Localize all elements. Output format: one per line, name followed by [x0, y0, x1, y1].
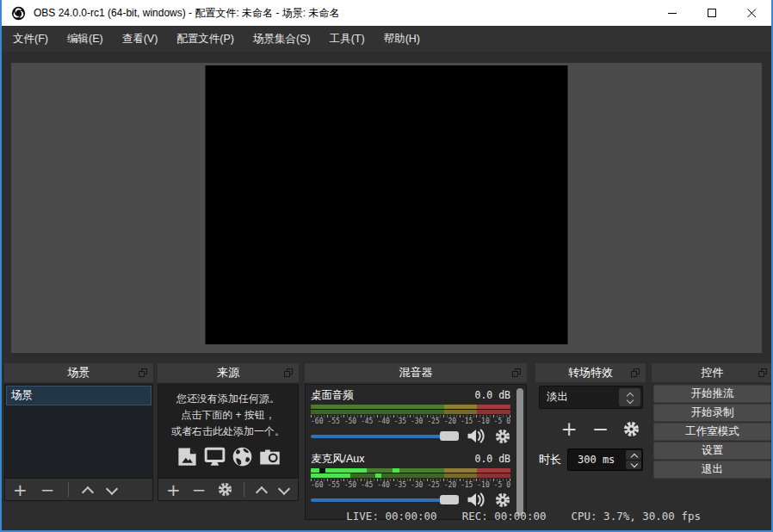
channel-settings-gear-icon[interactable]	[495, 429, 510, 444]
add-source-icon[interactable]: +	[166, 481, 181, 498]
move-source-down-icon[interactable]	[278, 485, 289, 494]
mixer-dock-title: 混音器	[399, 365, 433, 380]
transitions-dock: 转场特效 淡出 + −	[535, 363, 646, 501]
duration-label: 时长	[539, 452, 561, 467]
maximize-button[interactable]	[692, 0, 732, 26]
add-transition-icon[interactable]: +	[560, 420, 577, 437]
mixer-channel-mic-aux: 麦克风/Aux 0.0 dB -60-55-50-45-40-35-30-25-…	[311, 452, 510, 508]
transition-select-spinner[interactable]	[619, 388, 640, 406]
volume-slider-handle[interactable]	[440, 495, 459, 504]
chevron-up-icon	[631, 452, 637, 458]
source-properties-gear-icon[interactable]	[218, 482, 232, 497]
maximize-icon	[708, 9, 717, 18]
transition-properties-gear-icon[interactable]	[623, 421, 640, 437]
db-scale-label: -45	[361, 418, 373, 425]
db-scale-label: -5	[494, 481, 503, 489]
db-scale-label: -60	[311, 481, 323, 489]
move-scene-up-icon[interactable]	[82, 485, 93, 494]
mixer-dock-header: 混音器	[305, 363, 527, 382]
duration-increase-button[interactable]	[626, 450, 641, 460]
db-scale-label: -10	[477, 418, 489, 425]
volume-slider[interactable]	[311, 494, 459, 505]
menu-item-file[interactable]: 文件(F)	[3, 26, 58, 52]
studio-mode-button[interactable]: 工作室模式	[653, 423, 771, 441]
close-icon	[747, 9, 757, 18]
mixer-channel-desktop-audio: 桌面音频 0.0 dB -60-55-50-45-40-35-30-25-20-…	[311, 388, 510, 444]
dock-float-icon[interactable]	[512, 368, 521, 377]
dock-float-icon[interactable]	[139, 368, 147, 377]
move-source-up-icon[interactable]	[256, 485, 267, 494]
db-scale-label: -20	[444, 418, 456, 425]
db-scale-label: -15	[461, 418, 473, 425]
channel-level-db: 0.0 dB	[474, 453, 510, 465]
start-streaming-button[interactable]: 开始推流	[653, 385, 771, 403]
db-scale-label: -40	[377, 481, 389, 489]
menu-item-view[interactable]: 查看(V)	[113, 26, 168, 52]
transition-tools: + −	[539, 420, 643, 437]
window-title: OBS 24.0.0-rc1 (64-bit, windows) - 配置文件:…	[34, 6, 339, 21]
speaker-icon[interactable]	[466, 492, 486, 508]
speaker-icon[interactable]	[466, 428, 486, 444]
cpu-fps-status: CPU: 3.7%, 30.00 fps	[571, 510, 701, 523]
db-scale-label: -40	[377, 418, 389, 425]
menu-item-edit[interactable]: 编辑(E)	[58, 26, 113, 52]
remove-source-icon[interactable]: −	[192, 481, 207, 498]
start-recording-button[interactable]: 开始录制	[653, 404, 771, 422]
menu-item-tools[interactable]: 工具(T)	[320, 26, 374, 52]
image-source-icon	[176, 445, 199, 468]
source-type-icons	[176, 445, 281, 468]
remove-scene-icon[interactable]: −	[40, 481, 55, 498]
db-scale-label: -35	[394, 481, 406, 489]
duration-spinbox[interactable]: 300 ms	[567, 448, 643, 471]
db-scale-label: -60	[311, 418, 323, 425]
toolbar-separator	[244, 482, 244, 497]
sources-dock-header: 来源	[158, 363, 299, 382]
sources-empty-line: 点击下面的 + 按钮，	[181, 407, 275, 424]
live-time: LIVE: 00:00:00	[346, 510, 436, 523]
sources-empty-line: 或者右击此处添加一个。	[171, 424, 285, 440]
db-scale-label: -25	[427, 481, 439, 489]
sources-empty-state[interactable]: 您还没有添加任何源。 点击下面的 + 按钮， 或者右击此处添加一个。	[158, 384, 299, 478]
channel-name: 麦克风/Aux	[311, 452, 365, 467]
dock-float-icon[interactable]	[284, 368, 293, 377]
db-scale-label: -30	[411, 481, 423, 489]
menu-item-profile[interactable]: 配置文件(P)	[167, 26, 244, 52]
db-scale-label: -30	[411, 418, 423, 425]
settings-button[interactable]: 设置	[653, 442, 771, 460]
menu-item-help[interactable]: 帮助(H)	[374, 26, 430, 52]
camera-source-icon	[258, 445, 281, 468]
volume-slider[interactable]	[311, 430, 459, 442]
chevron-down-icon	[627, 398, 633, 404]
volume-slider-handle[interactable]	[440, 431, 459, 441]
minimize-button[interactable]	[652, 0, 692, 26]
db-scale: -60-55-50-45-40-35-30-25-20-15-10-50	[311, 481, 510, 489]
db-scale-label: -50	[344, 418, 356, 425]
move-scene-down-icon[interactable]	[106, 485, 117, 494]
db-scale-label: -10	[477, 481, 489, 489]
obs-logo-icon	[11, 6, 26, 21]
duration-decrease-button[interactable]	[626, 461, 641, 470]
transition-select[interactable]: 淡出	[539, 386, 643, 409]
dock-float-icon[interactable]	[758, 368, 767, 377]
db-scale-label: 0	[506, 418, 510, 425]
scenes-toolbar: + −	[4, 478, 153, 501]
preview-canvas[interactable]	[206, 65, 568, 344]
add-scene-icon[interactable]: +	[13, 481, 28, 498]
rec-time: REC: 00:00:00	[462, 510, 547, 523]
mixer-panel: 桌面音频 0.0 dB -60-55-50-45-40-35-30-25-20-…	[305, 384, 527, 520]
mixer-dock: 混音器 桌面音频 0.0 dB	[305, 363, 527, 501]
mixer-scrollbar[interactable]	[516, 388, 523, 516]
close-button[interactable]	[732, 0, 771, 26]
controls-dock-title: 控件	[702, 365, 724, 380]
scene-list-item[interactable]: 场景	[6, 386, 152, 405]
db-scale: -60-55-50-45-40-35-30-25-20-15-10-50	[311, 418, 510, 425]
menu-item-scene-collection[interactable]: 场景集合(S)	[244, 26, 320, 52]
sources-toolbar: + −	[158, 478, 299, 501]
scenes-dock-header: 场景	[4, 363, 153, 382]
channel-settings-gear-icon[interactable]	[495, 492, 510, 508]
volume-slider-fill	[311, 435, 459, 438]
duration-value: 300 ms	[568, 454, 625, 466]
remove-transition-icon[interactable]: −	[592, 420, 609, 437]
exit-button[interactable]: 退出	[653, 461, 771, 479]
dock-float-icon[interactable]	[631, 368, 640, 377]
